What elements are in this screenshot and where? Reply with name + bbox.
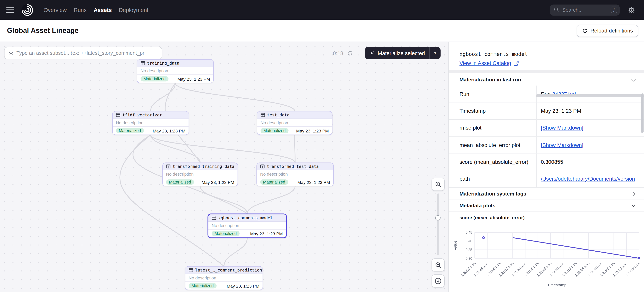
lineage-edge [175, 83, 294, 111]
nav-item-assets[interactable]: Assets [94, 7, 112, 13]
materialized-badge: Materialized [260, 128, 288, 133]
recenter-button[interactable] [432, 274, 445, 287]
asset-node-title: test_data [257, 112, 332, 119]
zoom-in-button[interactable] [432, 178, 445, 191]
asset-subset-input[interactable] [16, 50, 158, 56]
asset-graph-canvas[interactable]: training_dataNo descriptionMaterializedM… [0, 42, 449, 292]
primary-nav: OverviewRunsAssetsDeployment [44, 7, 148, 13]
menu-icon[interactable] [6, 7, 14, 13]
materialized-timestamp: May 23, 1:23 PM [177, 76, 210, 81]
metadata-label: Timestamp [449, 103, 536, 119]
svg-text:0.30: 0.30 [466, 257, 472, 260]
section-label: Materialization in last run [460, 77, 521, 83]
section-materialization-last-run[interactable]: Materialization in last run [449, 74, 644, 86]
materialize-dropdown-button[interactable]: ▾ [430, 47, 440, 59]
metadata-label: mean_absolute_error plot [449, 137, 536, 153]
asset-table-icon [166, 164, 170, 169]
metadata-row: mean_absolute_error plot[Show Markdown] [449, 137, 644, 154]
nav-item-runs[interactable]: Runs [74, 7, 86, 13]
navbar-search[interactable]: / [550, 4, 620, 15]
materialize-selected-label: Materialize selected [378, 50, 425, 56]
asset-table-icon [116, 113, 120, 117]
section-label: Materialization system tags [460, 191, 526, 197]
search-shortcut-key: / [611, 7, 617, 13]
materialized-timestamp: May 23, 1:23 PM [153, 128, 186, 133]
materialized-badge: Materialized [260, 179, 288, 185]
asset-node-footer: MaterializedMay 23, 1:23 PM [163, 178, 238, 186]
asset-node-training_data[interactable]: training_dataNo descriptionMaterializedM… [137, 59, 214, 83]
section-metadata-plots[interactable]: Metadata plots [449, 200, 644, 211]
metadata-link[interactable]: [Show Markdown] [541, 125, 583, 131]
materialized-timestamp: May 23, 1:23 PM [296, 128, 329, 133]
view-in-asset-catalog-link[interactable]: View in Asset Catalog [460, 60, 518, 66]
asset-node-footer: MaterializedMay 23, 1:23 PM [208, 229, 286, 237]
lineage-edge [120, 135, 224, 266]
settings-gear-icon[interactable] [628, 7, 635, 13]
reload-definitions-label: Reload definitions [590, 28, 633, 34]
lineage-edge [200, 186, 247, 213]
metadata-row: score (mean_absolute_error)0.300855 [449, 154, 644, 171]
horizontal-scrollbar-track[interactable] [449, 70, 644, 73]
reload-definitions-button[interactable]: Reload definitions [576, 25, 638, 37]
zoom-out-button[interactable] [432, 258, 445, 271]
svg-text:Value: Value [453, 240, 458, 250]
metadata-link[interactable]: [Show Markdown] [541, 142, 583, 148]
search-input[interactable] [562, 7, 608, 13]
asset-node-footer: MaterializedMay 23, 1:23 PM [257, 178, 334, 186]
materialize-selected-button[interactable]: Materialize selected ▾ [365, 47, 440, 59]
chevron-right-icon [632, 192, 636, 196]
materialized-badge: Materialized [140, 76, 169, 82]
search-icon [554, 7, 560, 13]
section-label: Metadata plots [460, 203, 496, 208]
metadata-table: RunRun 242374adTimestampMay 23, 1:23 PMr… [449, 86, 644, 188]
asset-table-icon [189, 268, 193, 272]
lineage-edge [224, 238, 247, 266]
dagster-logo-icon[interactable] [20, 3, 34, 17]
asset-node-test_data[interactable]: test_dataNo descriptionMaterializedMay 2… [257, 111, 332, 135]
asset-node-title: latest_…_comment_predictions [186, 267, 263, 274]
asset-node-transformed_training_data[interactable]: transformed_training_dataNo descriptionM… [162, 162, 238, 186]
asset-node-description: No description [257, 119, 332, 126]
asset-node-description: No description [112, 119, 189, 126]
asset-subset-filter[interactable] [4, 47, 162, 59]
asset-node-title: transformed_training_data [163, 163, 238, 170]
asset-node-description: No description [163, 170, 238, 178]
asset-node-xgboost_comments_model[interactable]: xgboost_comments_modelNo descriptionMate… [208, 213, 287, 238]
asset-table-icon [140, 61, 145, 65]
asset-node-transformed_test_data[interactable]: transformed_test_dataNo descriptionMater… [256, 162, 334, 186]
materialized-timestamp: May 23, 1:23 PM [298, 180, 330, 185]
materialized-timestamp: May 23, 1:23 PM [202, 180, 234, 185]
section-materialization-system-tags[interactable]: Materialization system tags [449, 188, 644, 200]
refresh-icon[interactable] [347, 50, 353, 56]
score-line-chart: 1:20:36 p.m.1:20:48 p.m.1:21:00 p.m.1:21… [451, 221, 644, 289]
metadata-value: May 23, 1:23 PM [537, 108, 644, 114]
nav-item-overview[interactable]: Overview [44, 7, 67, 13]
zoom-slider[interactable] [437, 193, 439, 255]
materialized-timestamp: May 23, 1:23 PM [250, 231, 283, 236]
metadata-value: [Show Markdown] [537, 142, 644, 148]
metadata-label: Run [449, 86, 536, 102]
horizontal-scrollbar-thumb[interactable] [536, 94, 644, 97]
vertical-scrollbar-thumb[interactable] [641, 93, 644, 133]
metadata-link[interactable]: /Users/odetteharary/Documents/version [541, 176, 635, 182]
svg-text:0.35: 0.35 [466, 248, 472, 252]
metadata-label: rmse plot [449, 120, 536, 136]
zoom-slider-knob[interactable] [435, 215, 440, 221]
asset-node-latest_comment_predictions[interactable]: latest_…_comment_predictionsNo descripti… [185, 266, 263, 290]
asset-table-icon [260, 164, 265, 169]
asset-table-icon [212, 216, 216, 220]
asset-node-description: No description [208, 222, 286, 229]
asset-node-title: xgboost_comments_model [208, 214, 286, 222]
selected-asset-name: xgboost_comments_model [460, 51, 528, 57]
svg-text:Timestamp: Timestamp [547, 283, 566, 287]
metadata-value: 0.300855 [537, 159, 644, 165]
metadata-row: path/Users/odetteharary/Documents/versio… [449, 171, 644, 188]
lineage-edge [294, 135, 295, 163]
sparkle-icon [370, 51, 375, 56]
asset-details-panel: xgboost_comments_model View in Asset Cat… [449, 42, 644, 292]
nav-item-deployment[interactable]: Deployment [119, 7, 148, 13]
asset-node-tfidf_vectorizer[interactable]: tfidf_vectorizerNo descriptionMaterializ… [112, 111, 189, 135]
asset-node-title: training_data [137, 60, 214, 67]
asset-node-footer: MaterializedMay 23, 1:23 PM [112, 126, 189, 135]
asset-node-description: No description [257, 170, 334, 178]
